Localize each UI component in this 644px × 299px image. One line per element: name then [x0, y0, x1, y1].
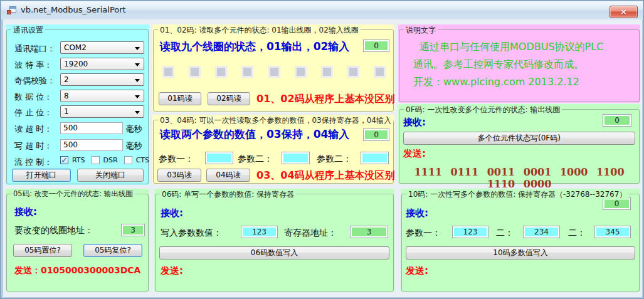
fc10-param1-label: 参数一：	[406, 228, 441, 239]
fc0F-send-bits: 1111 0111 0011 0001 1000 1100 1110 0000	[398, 166, 640, 190]
read-02-button[interactable]: 02码读	[208, 92, 250, 105]
parity-value: 2	[64, 75, 69, 84]
dsr-checkbox[interactable]	[92, 156, 100, 164]
comm-group-title: 通讯设置	[11, 25, 45, 36]
fc10-param2-box: 234	[523, 226, 560, 238]
fc05-send-text: 发送：0105000300003DCA	[14, 265, 140, 276]
read-03-button[interactable]: 03码读	[157, 169, 201, 182]
databits-label: 数 据 位：	[14, 92, 52, 103]
parity-combobox[interactable]: 2	[60, 73, 144, 86]
fc0102-count-box: 0	[363, 39, 389, 52]
databits-value: 8	[64, 92, 69, 100]
coil-indicator-row	[162, 66, 386, 78]
stopbits-label: 停 止 位：	[14, 107, 52, 118]
info-group-title: 说明文字	[404, 25, 438, 36]
fc0F-recv-label: 接收:	[403, 117, 426, 129]
write-timeout-label: 写 超 时：	[14, 140, 52, 152]
coil-address-box: 3	[121, 224, 145, 236]
coil-indicator[interactable]	[215, 66, 227, 78]
comm-settings-group: 通讯设置 通讯端口： COM2 波 特 率： 19200 奇偶校验： 2 数 据…	[6, 24, 149, 185]
read-timeout-input[interactable]: 500	[60, 122, 123, 134]
param3-box	[361, 152, 389, 164]
coil-indicator[interactable]	[347, 66, 359, 78]
coil-indicator[interactable]	[295, 66, 307, 78]
param2-label: 参数二：	[238, 154, 273, 165]
fc0304-headline: 读取两个参数的数值，03保持，04输入	[160, 127, 349, 142]
parity-label: 奇偶校验：	[14, 75, 55, 87]
app-window: vb.net_Modbus_SerialPort × 通讯设置 通讯端口： CO…	[0, 0, 644, 299]
fc0102-group: 01、02码: 读取多个元件的状态: 01输出线圈，02输入线圈 读取九个线圈的…	[152, 24, 394, 112]
write-timeout-unit: 毫秒	[126, 140, 142, 152]
write-value-box: 123	[241, 226, 278, 238]
param1-label: 参数一：	[159, 154, 194, 165]
fc0F-count-box: 0	[603, 114, 631, 127]
port-label: 通讯端口：	[14, 43, 55, 55]
coil-indicator[interactable]	[241, 66, 253, 78]
info-line-3: 开发：www.plcing.com 2013.2.12	[413, 73, 640, 91]
write-value-label: 写入参数数值：	[161, 228, 222, 239]
register-address-box: 3	[350, 226, 388, 238]
port-value: COM2	[64, 43, 87, 52]
window-title: vb.net_Modbus_SerialPort	[21, 5, 126, 14]
close-port-button[interactable]: 关闭端口	[77, 169, 144, 182]
register-address-label: 寄存器地址：	[284, 228, 337, 239]
read-04-button[interactable]: 04码读	[206, 169, 250, 182]
chevron-down-icon	[135, 63, 140, 69]
param1-box	[205, 152, 233, 164]
coil-indicator[interactable]	[162, 66, 174, 78]
fc10-param3-label: 二：	[568, 228, 586, 239]
coil-indicator[interactable]	[374, 66, 386, 78]
close-button[interactable]: ×	[610, 6, 638, 18]
cts-checkbox[interactable]	[124, 156, 132, 164]
fc06-group-title: 06码: 单写一个参数的数值: 保持寄存器	[160, 189, 296, 200]
info-line-1: 通过串口与任何使用MODBUS协议的PLC	[420, 38, 640, 56]
fc0304-count-box: 0	[363, 129, 389, 141]
fc06-write-button[interactable]: 06码数值写入	[159, 246, 389, 260]
coil-address-label: 要改变的线圈地址：	[14, 225, 93, 236]
fc0F-group-title: 0F码: 一次性改变多个位元件的状态: 输出线圈	[404, 105, 562, 115]
fc06-send-label: 发送:	[161, 265, 183, 277]
form-client-area: 通讯设置 通讯端口： COM2 波 特 率： 19200 奇偶校验： 2 数 据…	[3, 19, 642, 297]
stopbits-combobox[interactable]: 1	[60, 105, 144, 118]
read-01-button[interactable]: 01码读	[159, 92, 201, 105]
chevron-down-icon	[135, 47, 140, 53]
baud-value: 19200	[64, 60, 88, 68]
fc05-recv-label: 接收:	[14, 206, 37, 218]
coil-indicator[interactable]	[189, 66, 201, 78]
fc05-set-button[interactable]: 05码置位?	[13, 244, 72, 257]
write-multi-coils-button[interactable]: 多个位元件状态写(0F码)	[403, 132, 635, 145]
coil-indicator[interactable]	[321, 66, 333, 78]
fc10-param2-label: 二：	[496, 228, 514, 239]
rts-checkbox[interactable]	[60, 156, 68, 164]
info-line-2: 通讯。参考工控网专家代码修改而成。	[413, 56, 640, 73]
close-icon: ×	[620, 7, 627, 16]
fc0102-headline: 读取九个线圈的状态，01输出，02输入	[160, 39, 349, 54]
dsr-label: DSR	[103, 156, 118, 164]
cts-label: CTS	[136, 156, 149, 164]
fc0102-group-title: 01、02码: 读取多个元件的状态: 01输出线圈，02输入线圈	[158, 25, 361, 36]
fc06-group: 06码: 单写一个参数的数值: 保持寄存器 接收: 写入参数数值： 123 寄存…	[154, 189, 394, 292]
fc0F-send-label: 发送:	[403, 148, 426, 160]
port-combobox[interactable]: COM2	[60, 41, 144, 54]
databits-combobox[interactable]: 8	[60, 90, 144, 102]
open-port-button[interactable]: 打开端口	[12, 169, 71, 182]
fc05-group-title: 05码: 改变一个元件的状态: 输出线圈	[11, 189, 135, 199]
fc05-reset-button[interactable]: 05码复位?	[83, 244, 142, 257]
chevron-down-icon	[135, 79, 140, 85]
baud-combobox[interactable]: 19200	[60, 58, 144, 70]
read-timeout-unit: 毫秒	[126, 123, 142, 135]
param2-box	[282, 152, 310, 164]
chevron-down-icon	[135, 111, 140, 117]
fc10-group: 10码: 一次性写多个参数的数值: 保持寄存器（-32768--32767） 接…	[401, 189, 640, 292]
baud-label: 波 特 率：	[14, 60, 52, 71]
fc05-group: 05码: 改变一个元件的状态: 输出线圈 接收: 要改变的线圈地址： 3 05码…	[6, 189, 149, 292]
fc10-param1-box: 123	[452, 226, 488, 238]
fc10-group-title: 10码: 一次性写多个参数的数值: 保持寄存器（-32768--32767）	[406, 189, 628, 200]
coil-indicator[interactable]	[268, 66, 280, 78]
param3-label: 参数二：	[317, 154, 352, 165]
title-bar[interactable]: vb.net_Modbus_SerialPort ×	[1, 1, 643, 19]
app-icon	[7, 6, 16, 14]
write-timeout-input[interactable]: 500	[60, 139, 123, 151]
fc10-write-button[interactable]: 10码多数值写入	[406, 246, 635, 260]
read-timeout-label: 读 超 时：	[14, 123, 52, 135]
